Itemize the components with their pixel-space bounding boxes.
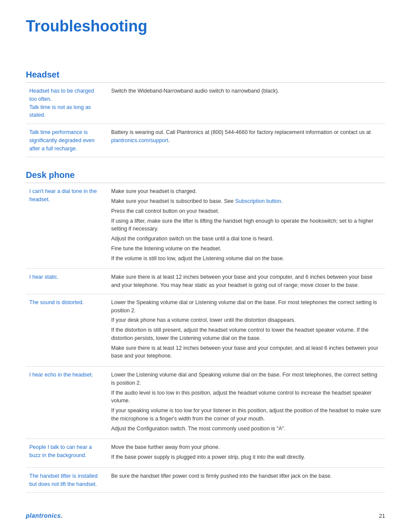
list-item: If the base power supply is plugged into… [111, 453, 382, 461]
solution-text: Battery is wearing out. Call Plantronics… [111, 129, 371, 143]
list-item: Lower the Listening volume dial and Spea… [111, 371, 382, 387]
page-title: Troubleshooting [26, 17, 385, 35]
problem-cell: Headset has to be charged too often.Talk… [26, 83, 108, 124]
problem-text: The sound is distorted. [29, 299, 84, 305]
list-item: Make sure your headset is subscribed to … [111, 197, 382, 205]
headset-section: Headset Headset has to be charged too of… [26, 70, 385, 157]
problem-text: I hear echo in the headset. [29, 372, 93, 378]
list-item: If the audio level is too low in this po… [111, 389, 382, 405]
page-container: Troubleshooting Headset Headset has to b… [0, 0, 411, 532]
page-number: 21 [379, 513, 385, 519]
solution-cell: Be sure the handset lifter power cord is… [108, 467, 385, 493]
list-item: If the distortion is still present, adju… [111, 326, 382, 342]
table-row: I hear static. Make sure there is at lea… [26, 269, 385, 294]
table-row: Talk time performance is significantly d… [26, 124, 385, 157]
table-row: I hear echo in the headset. Lower the Li… [26, 367, 385, 439]
list-item: If the volume is still too low, adjust t… [111, 255, 382, 263]
solution-list: Make sure your headset is charged. Make … [111, 187, 382, 262]
solution-cell: Lower the Listening volume dial and Spea… [108, 367, 385, 439]
solution-cell: Make sure there is at least 12 inches be… [108, 269, 385, 294]
table-row: People I talk to can hear a buzz in the … [26, 439, 385, 468]
solution-text: Switch the Wideband-Narrowband audio swi… [111, 88, 279, 94]
list-item: Make sure your headset is charged. [111, 187, 382, 196]
deskphone-section: Desk phone I can't hear a dial tone in t… [26, 170, 385, 493]
headset-section-title: Headset [26, 70, 385, 83]
table-row: The handset lifter is installed but does… [26, 467, 385, 493]
table-row: Headset has to be charged too often.Talk… [26, 83, 385, 124]
list-item: Move the base further away from your pho… [111, 443, 382, 451]
list-item: If your speaking volume is too low for y… [111, 407, 382, 423]
problem-text: Headset has to be charged too often.Talk… [29, 88, 94, 118]
list-item: Fine tune the listening volume on the he… [111, 245, 382, 253]
deskphone-section-title: Desk phone [26, 170, 385, 183]
problem-cell: People I talk to can hear a buzz in the … [26, 439, 108, 468]
solution-cell: Switch the Wideband-Narrowband audio swi… [108, 83, 385, 124]
problem-cell: The sound is distorted. [26, 294, 108, 366]
list-item: Adjust the configuration switch on the b… [111, 235, 382, 243]
problem-text: Talk time performance is significantly d… [29, 129, 95, 152]
problem-cell: I hear echo in the headset. [26, 367, 108, 439]
problem-cell: I hear static. [26, 269, 108, 294]
solution-text: Make sure there is at least 12 inches be… [111, 274, 373, 288]
solution-cell: Move the base further away from your pho… [108, 439, 385, 468]
plantronics-support-link[interactable]: plantronics.com/support [111, 137, 168, 143]
problem-cell: I can't hear a dial tone in the headset. [26, 183, 108, 269]
solution-cell: Make sure your headset is charged. Make … [108, 183, 385, 269]
list-item: If your desk phone has a volume control,… [111, 316, 382, 324]
list-item: Adjust the Configuration switch. The mos… [111, 425, 382, 433]
problem-cell: Talk time performance is significantly d… [26, 124, 108, 157]
problem-cell: The handset lifter is installed but does… [26, 467, 108, 493]
list-item: Lower the Speaking volume dial or Listen… [111, 299, 382, 315]
solution-list: Lower the Speaking volume dial or Listen… [111, 299, 382, 360]
list-item: Press the call control button on your he… [111, 207, 382, 215]
list-item: Make sure there is at least 12 inches be… [111, 344, 382, 361]
deskphone-table: I can't hear a dial tone in the headset.… [26, 183, 385, 493]
problem-text: I can't hear a dial tone in the headset. [29, 188, 97, 202]
footer: plantronics. 21 [26, 512, 385, 519]
problem-text: The handset lifter is installed but does… [29, 473, 97, 487]
headset-table: Headset has to be charged too often.Talk… [26, 83, 385, 157]
subscription-button-link[interactable]: Subscription button [235, 198, 281, 204]
solution-list: Lower the Listening volume dial and Spea… [111, 371, 382, 432]
list-item: If using a lifter, make sure the lifter … [111, 217, 382, 233]
solution-list: Move the base further away from your pho… [111, 443, 382, 461]
brand-logo: plantronics. [26, 512, 62, 519]
problem-text: People I talk to can hear a buzz in the … [29, 444, 92, 458]
solution-cell: Battery is wearing out. Call Plantronics… [108, 124, 385, 157]
solution-text: Be sure the handset lifter power cord is… [111, 473, 332, 479]
solution-cell: Lower the Speaking volume dial or Listen… [108, 294, 385, 366]
table-row: The sound is distorted. Lower the Speaki… [26, 294, 385, 366]
table-row: I can't hear a dial tone in the headset.… [26, 183, 385, 269]
problem-text: I hear static. [29, 274, 59, 280]
